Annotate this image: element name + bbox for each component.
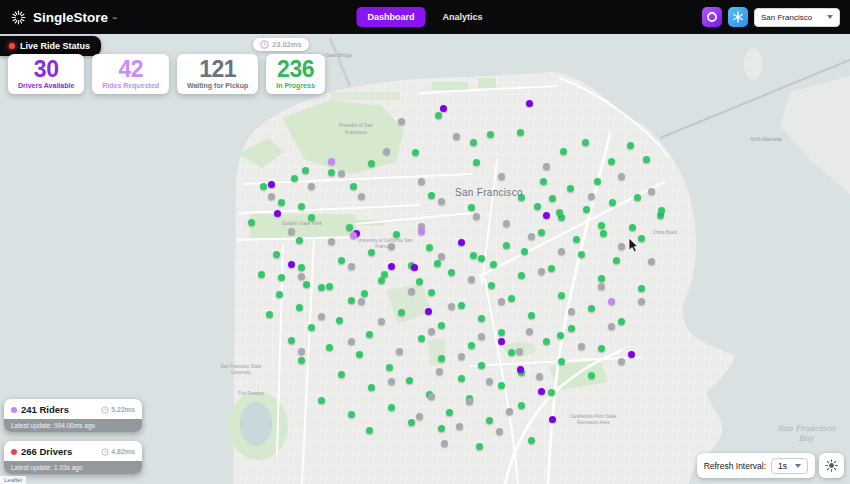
city-select[interactable]: San Francisco	[754, 8, 840, 27]
brand-trademark: ™	[112, 16, 117, 22]
lake-merced	[240, 402, 272, 446]
dot-in_progress	[498, 382, 505, 389]
dot-in_progress	[273, 251, 280, 258]
sun-icon	[825, 459, 838, 472]
riders-count: 241 Riders	[21, 404, 69, 415]
dot-in_progress	[476, 443, 483, 450]
stat-rides-requested: 42 Rides Requested	[92, 54, 169, 94]
dot-waiting	[358, 193, 365, 200]
dot-waiting	[328, 238, 335, 245]
stats-row: 30 Drivers Available 42 Rides Requested …	[8, 54, 325, 94]
query-latency-value: 23.02ms	[272, 40, 302, 49]
riders-dot	[11, 407, 17, 413]
dot-in_progress	[488, 282, 495, 289]
dot-in_progress	[560, 148, 567, 155]
dot-waiting	[496, 428, 503, 435]
dot-waiting	[338, 170, 345, 177]
dot-in_progress	[348, 297, 355, 304]
dot-waiting	[618, 243, 625, 250]
dot-waiting	[441, 440, 448, 447]
dot-waiting	[618, 358, 625, 365]
dot-requested	[608, 298, 615, 305]
dot-in_progress	[598, 345, 605, 352]
header-right: San Francisco	[702, 7, 840, 27]
dot-in_progress	[528, 437, 535, 444]
dot-requested	[418, 228, 425, 235]
dot-waiting	[268, 193, 275, 200]
dot-in_progress	[378, 277, 385, 284]
refresh-interval-select[interactable]: 1s	[771, 458, 808, 474]
dot-in_progress	[608, 158, 615, 165]
clock-icon	[101, 406, 109, 414]
dot-in_progress	[567, 185, 574, 192]
dot-waiting	[568, 308, 575, 315]
dot-in_progress	[368, 384, 375, 391]
dot-in_progress	[278, 274, 285, 281]
riders-last-update: Latest update: 994.00ms ago	[4, 419, 142, 432]
dot-in_progress	[412, 149, 419, 156]
snowflake-button[interactable]	[728, 7, 748, 27]
dot-waiting	[428, 328, 435, 335]
dot-in_progress	[406, 377, 413, 384]
dot-requested	[350, 232, 357, 239]
stat-waiting-for-pickup: 121 Waiting for Pickup	[177, 54, 258, 94]
dot-in_progress	[468, 342, 475, 349]
dot-drivers	[538, 388, 545, 395]
dot-waiting	[466, 398, 473, 405]
dot-waiting	[298, 273, 305, 280]
dot-in_progress	[609, 199, 616, 206]
tab-dashboard[interactable]: Dashboard	[356, 7, 425, 27]
purple-dial-button[interactable]	[702, 7, 722, 27]
dot-in_progress	[568, 325, 575, 332]
dot-in_progress	[627, 142, 634, 149]
live-ride-status-badge: Live Ride Status	[0, 36, 101, 56]
chevron-down-icon	[827, 15, 833, 19]
dot-in_progress	[276, 291, 283, 298]
dot-waiting	[506, 408, 513, 415]
dot-in_progress	[508, 295, 515, 302]
dot-in_progress	[393, 231, 400, 238]
dot-drivers	[274, 210, 281, 217]
dot-in_progress	[598, 275, 605, 282]
dot-in_progress	[558, 358, 565, 365]
live-badge-label: Live Ride Status	[20, 41, 90, 51]
dot-in_progress	[350, 183, 357, 190]
dot-in_progress	[538, 229, 545, 236]
dot-waiting	[468, 276, 475, 283]
dot-in_progress	[426, 244, 433, 251]
dot-in_progress	[438, 355, 445, 362]
dot-waiting	[543, 163, 550, 170]
dot-in_progress	[338, 257, 345, 264]
dot-drivers	[288, 261, 295, 268]
dot-in_progress	[638, 235, 645, 242]
drivers-count: 266 Drivers	[21, 446, 72, 457]
dot-in_progress	[446, 409, 453, 416]
stat-label: Drivers Available	[18, 82, 74, 89]
dot-in_progress	[346, 224, 353, 231]
dot-in_progress	[435, 112, 442, 119]
dot-in_progress	[302, 167, 309, 174]
map[interactable]: San FranciscoGolden Gate BridgePresidio …	[0, 34, 850, 484]
dot-in_progress	[613, 257, 620, 264]
dot-in_progress	[521, 248, 528, 255]
dot-waiting	[498, 173, 505, 180]
dial-icon	[706, 11, 718, 23]
theme-toggle-button[interactable]	[819, 453, 844, 478]
dot-in_progress	[291, 175, 298, 182]
dot-requested	[328, 158, 335, 165]
dot-waiting	[498, 298, 505, 305]
dot-in_progress	[638, 285, 645, 292]
dot-waiting	[348, 338, 355, 345]
map-attribution[interactable]: Leaflet	[0, 476, 26, 484]
tab-analytics[interactable]: Analytics	[431, 7, 493, 27]
dot-waiting	[503, 220, 510, 227]
dot-in_progress	[598, 222, 605, 229]
dot-in_progress	[548, 389, 555, 396]
snowflake-icon	[732, 11, 744, 23]
dot-in_progress	[260, 183, 267, 190]
dot-in_progress	[490, 261, 497, 268]
dot-in_progress	[548, 265, 555, 272]
dot-in_progress	[434, 260, 441, 267]
dot-waiting	[638, 298, 645, 305]
dot-drivers	[628, 351, 635, 358]
